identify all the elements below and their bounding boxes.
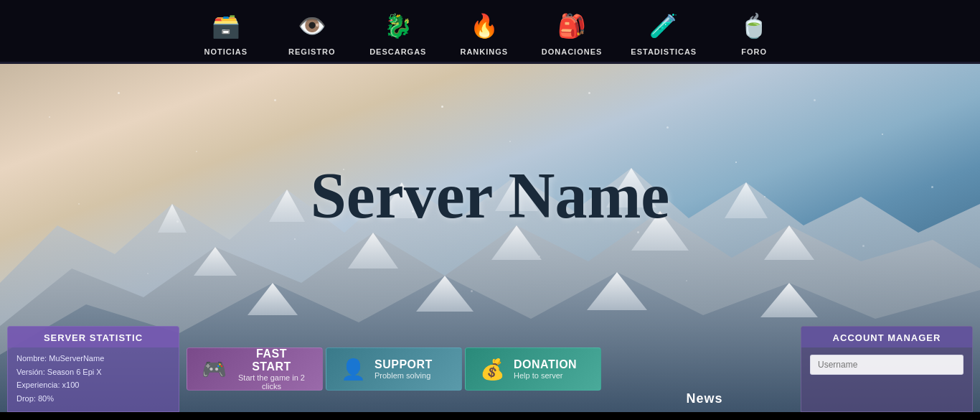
support-icon: 👤: [341, 358, 366, 381]
nav-item-rankings[interactable]: 🔥 RANKINGS: [456, 7, 513, 56]
server-title: Server Name: [311, 158, 670, 232]
support-title: SUPPORT: [374, 358, 433, 371]
donaciones-nav-icon: 🎒: [553, 7, 590, 45]
nav-item-foro[interactable]: 🍵 FORO: [725, 7, 783, 56]
fast-start-button[interactable]: 🎮 FAST START Start the game in 2 clicks: [187, 347, 323, 391]
registro-nav-label: REGISTRO: [288, 47, 335, 56]
noticias-nav-label: NOTICIAS: [204, 47, 248, 56]
stat-line-name: Nombre: MuServerName: [17, 352, 170, 365]
donaciones-nav-label: DONACIONES: [542, 47, 603, 56]
navbar: 🗃️ NOTICIAS 👁️ REGISTRO 🐉 DESCARGAS 🔥 RA…: [0, 0, 980, 64]
server-statistic-panel: SERVER STATISTIC Nombre: MuServerName Ve…: [7, 326, 179, 412]
donation-button[interactable]: 💰 DONATION Help to server: [465, 347, 601, 391]
account-manager-title: ACCOUNT MANAGER: [801, 327, 972, 347]
stat-line-drop: Drop: 80%: [17, 392, 170, 406]
news-label: News: [686, 391, 722, 406]
donation-icon: 💰: [480, 358, 505, 381]
noticias-nav-icon: 🗃️: [207, 7, 245, 45]
foro-nav-label: FORO: [741, 47, 767, 56]
support-subtitle: Problem solving: [374, 371, 430, 380]
rankings-nav-label: RANKINGS: [460, 47, 508, 56]
stat-line-exp: Experiencia: x100: [17, 378, 170, 392]
descargas-nav-icon: 🐉: [380, 7, 417, 45]
account-manager-panel: ACCOUNT MANAGER: [801, 326, 973, 412]
fast-start-subtitle: Start the game in 2 clicks: [235, 373, 308, 391]
nav-item-descargas[interactable]: 🐉 DESCARGAS: [369, 7, 427, 56]
nav-item-estadisticas[interactable]: 🧪 ESTADISTICAS: [631, 7, 697, 56]
nav-item-registro[interactable]: 👁️ REGISTRO: [283, 7, 341, 56]
stat-line-version: Versión: Season 6 Epi X: [17, 365, 170, 379]
estadisticas-nav-icon: 🧪: [645, 7, 682, 45]
nav-item-noticias[interactable]: 🗃️ NOTICIAS: [197, 7, 255, 56]
server-stat-body: Nombre: MuServerName Versión: Season 6 E…: [8, 347, 179, 410]
foro-nav-icon: 🍵: [735, 7, 773, 45]
support-button[interactable]: 👤 SUPPORT Problem solving: [326, 347, 462, 391]
nav-item-donaciones[interactable]: 🎒 DONACIONES: [542, 7, 603, 56]
bottom-bar: SERVER STATISTIC Nombre: MuServerName Ve…: [0, 326, 980, 412]
account-manager-body: [801, 347, 972, 382]
username-input[interactable]: [810, 355, 963, 375]
rankings-nav-icon: 🔥: [466, 7, 503, 45]
estadisticas-nav-label: ESTADISTICAS: [631, 47, 697, 56]
action-buttons-area: 🎮 FAST START Start the game in 2 clicks …: [179, 326, 608, 412]
descargas-nav-label: DESCARGAS: [369, 47, 426, 56]
registro-nav-icon: 👁️: [293, 7, 331, 45]
gamepad-icon: 🎮: [202, 358, 227, 381]
hero-section: Server Name SERVER STATISTIC Nombre: MuS…: [0, 64, 980, 412]
donation-subtitle: Help to server: [514, 371, 562, 380]
donation-title: DONATION: [514, 358, 577, 371]
server-stat-title: SERVER STATISTIC: [8, 327, 179, 347]
news-area: News: [608, 326, 801, 412]
fast-start-title: FAST START: [235, 347, 308, 373]
